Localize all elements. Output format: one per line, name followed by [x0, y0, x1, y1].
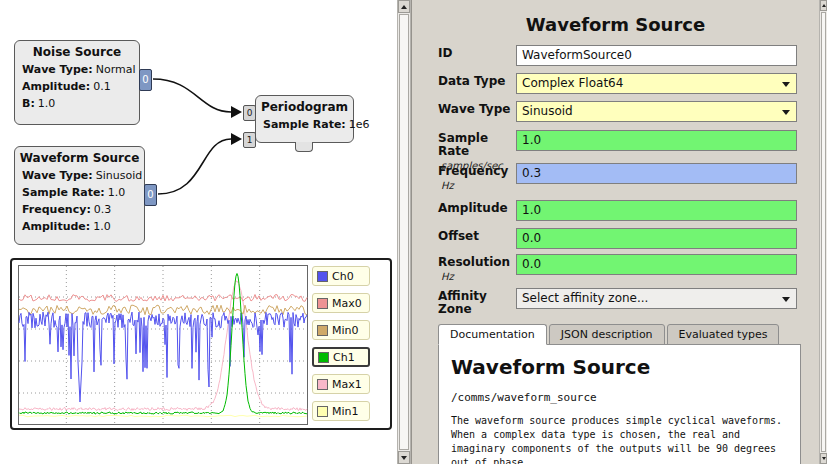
- prop-label: Amplitude:: [22, 80, 90, 93]
- field-label-id: ID: [438, 47, 516, 60]
- block-prop: Amplitude:1.0: [15, 218, 144, 235]
- chevron-down-icon: [782, 297, 790, 302]
- legend-swatch: [317, 325, 328, 336]
- prop-value: 1.0: [38, 97, 56, 110]
- block-prop: Sample Rate:1e6: [256, 116, 353, 133]
- legend-label: Max1: [332, 378, 362, 391]
- documentation-pane[interactable]: Waveform Source /comms/waveform_source T…: [438, 344, 801, 464]
- properties-vertical-scrollbar[interactable]: [819, 0, 827, 464]
- plot-area: [18, 265, 308, 425]
- legend-item-min1[interactable]: Min1: [312, 401, 370, 421]
- legend-label: Max0: [332, 297, 362, 310]
- legend-item-max1[interactable]: Max1: [312, 374, 370, 394]
- dropdown-value: Complex Float64: [522, 76, 623, 90]
- block-prop: B:1.0: [15, 95, 139, 112]
- doc-body-text: The waveform source produces simple cycl…: [451, 414, 788, 464]
- field-label-offset: Offset: [438, 230, 516, 243]
- plot-border: [19, 266, 308, 425]
- scrollbar-thumb[interactable]: [821, 12, 826, 452]
- scroll-down-arrow[interactable]: [820, 453, 827, 464]
- scrollbar-thumb[interactable]: [399, 14, 409, 450]
- tab-json-description[interactable]: JSON description: [549, 324, 665, 345]
- scroll-up-arrow[interactable]: [398, 0, 410, 13]
- legend-label: Ch0: [332, 270, 354, 283]
- prop-value: 1e6: [349, 118, 370, 131]
- tab-evaluated-types[interactable]: Evaluated types: [667, 324, 780, 345]
- legend-swatch: [317, 406, 328, 417]
- down-arrow-icon: [401, 456, 407, 460]
- block-prop: Frequency:0.3: [15, 201, 144, 218]
- field-label-amplitude: Amplitude: [438, 202, 516, 215]
- legend-swatch: [317, 271, 328, 282]
- resolution-field[interactable]: 0.0: [516, 254, 797, 275]
- periodogram-input-port-1[interactable]: 1: [243, 132, 256, 148]
- legend-label: Ch1: [333, 351, 355, 364]
- prop-value: 1.0: [93, 220, 111, 233]
- wire-noise-to-periodogram[interactable]: [153, 79, 231, 112]
- field-label-data-type: Data Type: [438, 75, 516, 88]
- plot-curve-min1: [19, 415, 307, 416]
- block-prop: Sample Rate:1.0: [15, 184, 144, 201]
- prop-label: Wave Type:: [22, 169, 93, 182]
- dropdown-value: Select affinity zone...: [522, 291, 648, 305]
- block-noise-source[interactable]: Noise Source Wave Type:Normal Amplitude:…: [14, 40, 140, 125]
- tab-documentation[interactable]: Documentation: [438, 324, 547, 345]
- wire-arrowhead: [231, 106, 242, 118]
- flowgraph-canvas[interactable]: Noise Source Wave Type:Normal Amplitude:…: [0, 0, 397, 464]
- legend-swatch: [318, 352, 329, 363]
- legend-item-ch0[interactable]: Ch0: [312, 266, 370, 286]
- periodogram-plot-widget[interactable]: Ch0 Max0 Min0 Ch1 Max1 Min1: [10, 258, 392, 430]
- block-title: Noise Source: [19, 45, 135, 59]
- block-prop: Wave Type:Sinusoid: [15, 167, 144, 184]
- field-label-frequency: FrequencyHz: [438, 165, 516, 192]
- prop-label: Frequency:: [22, 203, 91, 216]
- doc-block-path: /comms/waveform_source: [451, 391, 788, 404]
- legend-label: Min1: [332, 405, 359, 418]
- periodogram-input-port-0[interactable]: 0: [243, 105, 256, 121]
- block-title: Waveform Source: [19, 151, 140, 165]
- chevron-down-icon: [782, 82, 790, 87]
- affinity-zone-dropdown[interactable]: Select affinity zone...: [516, 288, 797, 309]
- legend-label: Min0: [332, 324, 359, 337]
- block-prop: Amplitude:0.1: [15, 78, 139, 95]
- wave-type-dropdown[interactable]: Sinusoid: [516, 101, 797, 122]
- wire-arrowhead: [231, 133, 242, 145]
- frequency-field[interactable]: 0.3: [516, 163, 797, 184]
- up-arrow-icon: [401, 5, 407, 9]
- waveform-output-port[interactable]: 0: [144, 184, 157, 206]
- plot-curve-ch0: [19, 312, 307, 402]
- scroll-up-arrow[interactable]: [820, 0, 827, 11]
- canvas-vertical-scrollbar[interactable]: [397, 0, 411, 464]
- block-periodogram[interactable]: Periodogram Sample Rate:1e6 0 1: [255, 95, 354, 143]
- field-label-affinity-zone: Affinity Zone: [438, 290, 516, 316]
- dropdown-value: Sinusoid: [522, 104, 573, 118]
- legend-swatch: [317, 298, 328, 309]
- doc-heading: Waveform Source: [451, 355, 788, 379]
- block-title: Periodogram: [260, 100, 349, 114]
- legend-item-min0[interactable]: Min0: [312, 320, 370, 340]
- properties-panel: Waveform Source ID WaveformSource0 Data …: [411, 0, 819, 464]
- legend-swatch: [317, 379, 328, 390]
- down-arrow-icon: [822, 457, 826, 460]
- block-prop: Wave Type:Normal: [15, 61, 139, 78]
- wire-waveform-to-periodogram[interactable]: [158, 139, 231, 194]
- prop-value: 0.3: [94, 203, 112, 216]
- noise-output-port[interactable]: 0: [139, 69, 152, 91]
- up-arrow-icon: [822, 4, 826, 7]
- id-field[interactable]: WaveformSource0: [516, 45, 797, 66]
- block-waveform-source[interactable]: Waveform Source Wave Type:Sinusoid Sampl…: [14, 146, 145, 245]
- amplitude-field[interactable]: 1.0: [516, 200, 797, 221]
- properties-title: Waveform Source: [412, 14, 819, 35]
- doc-tab-bar: Documentation JSON description Evaluated…: [438, 324, 781, 345]
- prop-value: 0.1: [93, 80, 111, 93]
- sample-rate-field[interactable]: 1.0: [516, 130, 797, 151]
- legend-item-max0[interactable]: Max0: [312, 293, 370, 313]
- prop-label: Amplitude:: [22, 220, 90, 233]
- prop-label: Wave Type:: [22, 63, 93, 76]
- offset-field[interactable]: 0.0: [516, 228, 797, 249]
- prop-label: Sample Rate:: [263, 118, 346, 131]
- plot-curve-max0: [19, 295, 307, 302]
- legend-item-ch1[interactable]: Ch1: [312, 347, 370, 367]
- data-type-dropdown[interactable]: Complex Float64: [516, 73, 797, 94]
- scroll-down-arrow[interactable]: [398, 451, 410, 464]
